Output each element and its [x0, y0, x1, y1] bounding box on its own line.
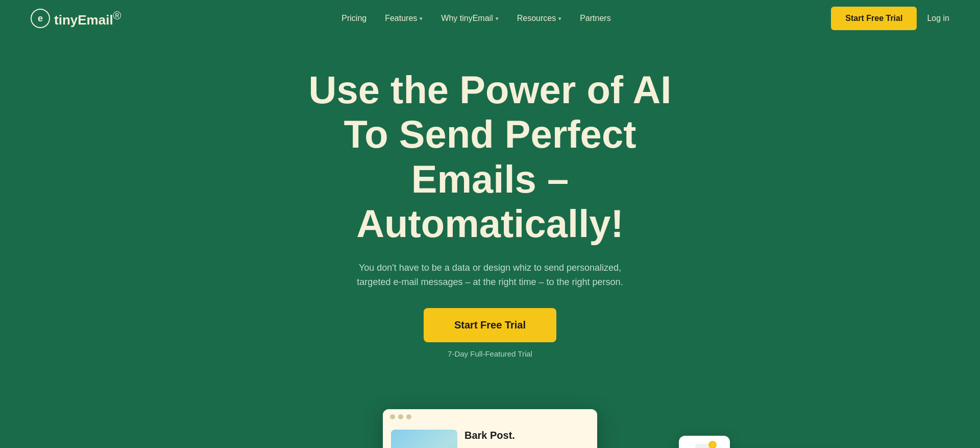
lightning-icon: ⚡: [708, 441, 717, 448]
nav-item-features[interactable]: Features ▾: [385, 14, 423, 23]
dot-yellow: [398, 414, 403, 419]
nav-link-resources[interactable]: Resources ▾: [517, 14, 561, 23]
nav-link-partners[interactable]: Partners: [580, 14, 610, 23]
hero-section: Use the Power of AI To Send Perfect Emai…: [0, 37, 980, 379]
email-preview-window: 🐶 Bark Post. Order summary $67.00 Contac…: [383, 409, 597, 448]
hero-cta-button[interactable]: Start Free Trial: [424, 308, 556, 342]
nav-item-resources[interactable]: Resources ▾: [517, 14, 561, 23]
nav-login-button[interactable]: Log in: [927, 14, 949, 23]
logo[interactable]: e tinyEmail®: [31, 9, 121, 28]
mockup-section: 🐶 Bark Post. Order summary $67.00 Contac…: [0, 389, 980, 448]
email-brand-name: Bark Post.: [464, 430, 589, 441]
dot-green: [406, 414, 411, 419]
logo-icon: e: [31, 9, 50, 28]
hero-title: Use the Power of AI To Send Perfect Emai…: [291, 67, 689, 246]
dot-red: [390, 414, 395, 419]
logo-text: tinyEmail®: [54, 9, 121, 28]
nav-item-partners[interactable]: Partners: [580, 14, 610, 23]
form-card: ☑ ⚡ Form: [679, 436, 730, 448]
hero-trial-note: 7-Day Full-Featured Trial: [448, 349, 532, 358]
nav-link-features[interactable]: Features ▾: [385, 14, 423, 23]
nav-start-trial-button[interactable]: Start Free Trial: [831, 7, 917, 30]
navbar-right: Start Free Trial Log in: [831, 7, 949, 30]
chevron-down-icon: ▾: [496, 15, 499, 22]
browser-dots: [383, 409, 597, 425]
email-details: Bark Post. Order summary $67.00 Contact …: [464, 430, 589, 448]
navbar: e tinyEmail® Pricing Features ▾ Why tiny…: [0, 0, 980, 37]
email-dog-image: 🐶: [391, 430, 457, 448]
chevron-down-icon: ▾: [558, 15, 561, 22]
hero-subtitle: You don't have to be a data or design wh…: [342, 261, 638, 290]
chevron-down-icon: ▾: [420, 15, 423, 22]
nav-links: Pricing Features ▾ Why tinyEmail ▾ Resou…: [341, 14, 610, 23]
form-icon: ☑ ⚡: [695, 444, 714, 448]
nav-link-why[interactable]: Why tinyEmail ▾: [441, 14, 498, 23]
browser-content: 🐶 Bark Post. Order summary $67.00 Contac…: [383, 425, 597, 448]
nav-item-why[interactable]: Why tinyEmail ▾: [441, 14, 498, 23]
nav-link-pricing[interactable]: Pricing: [341, 14, 366, 23]
nav-item-pricing[interactable]: Pricing: [341, 14, 366, 23]
